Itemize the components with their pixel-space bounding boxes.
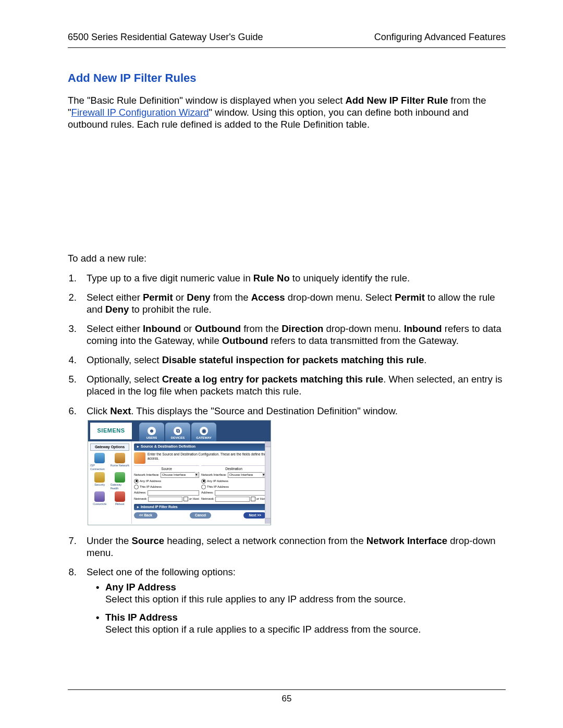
lock-icon [94, 472, 105, 483]
home-icon [115, 453, 125, 463]
sidebar-item-customize[interactable]: Customize [90, 491, 109, 506]
ni-label: Network Interface: [134, 473, 160, 477]
dest-interface-select[interactable]: Choose Interface [228, 472, 266, 478]
page-header: 6500 Series Residential Gateway User's G… [68, 31, 506, 48]
source-interface-select[interactable]: Choose Interface [161, 472, 199, 478]
embedded-screenshot: SIEMENS ☻USERS ⧉DEVICES ◉GATEWAY Gateway… [88, 420, 271, 525]
lead-text: To add a new rule: [68, 252, 506, 264]
devices-icon: ⧉ [174, 427, 182, 435]
page-number: 65 [282, 694, 292, 704]
sidebar: Gateway Options ISP Connection Home Netw… [88, 441, 132, 524]
step-5: Optionally, select Create a log entry fo… [79, 373, 506, 397]
source-this-ip-radio[interactable] [134, 485, 139, 489]
inbound-rules-bar: ▸Inbound IP Filter Rules [134, 504, 266, 510]
globe-icon [94, 453, 105, 463]
step-2: Select either Permit or Deny from the Ac… [79, 291, 506, 315]
gateway-icon: ◉ [200, 427, 208, 435]
step-6: Click Next. This displays the "Source an… [79, 405, 506, 525]
sidebar-item-security[interactable]: Security [90, 472, 109, 490]
netmask-label: Netmask: [134, 497, 147, 501]
page-footer: 65 [68, 689, 506, 704]
illustration-icon [134, 452, 145, 464]
gear-icon [94, 491, 105, 502]
source-netmask-input[interactable] [148, 497, 182, 502]
netmask-label: Netmask: [201, 497, 214, 501]
sidebar-item-isp[interactable]: ISP Connection [90, 453, 109, 471]
sidebar-item-reboot[interactable]: Reboot [111, 491, 130, 506]
step-3: Select either Inbound or Outbound from t… [79, 323, 506, 347]
next-button[interactable]: Next >> [243, 512, 266, 519]
tab-gateway[interactable]: ◉GATEWAY [191, 423, 216, 441]
instruction-text: Enter the Source and Destination Configu… [148, 452, 266, 464]
back-button[interactable]: << Back [134, 512, 157, 519]
destination-column: Destination Network Interface:Choose Int… [201, 465, 266, 503]
cancel-button[interactable]: Cancel [190, 512, 211, 519]
section-heading: Add New IP Filter Rules [68, 71, 506, 85]
source-heading: Source [134, 467, 199, 471]
step-7: Under the Source heading, select a netwo… [79, 535, 506, 559]
source-any-ip-radio[interactable] [134, 479, 139, 484]
dest-this-ip-radio[interactable] [201, 485, 206, 489]
sidebar-item-home[interactable]: Home Network [111, 453, 130, 471]
tab-users[interactable]: ☻USERS [139, 423, 164, 441]
figure-placeholder [68, 138, 506, 252]
sidebar-item-health[interactable]: Gateway Health [111, 472, 130, 490]
scrollbar[interactable] [265, 441, 271, 524]
dest-any-ip-radio[interactable] [201, 479, 206, 484]
addr-label: Address: [201, 491, 214, 495]
option-any-ip: Any IP AddressSelect this option if this… [96, 581, 506, 605]
intro-paragraph: The "Basic Rule Definition" window is di… [68, 94, 506, 130]
siemens-logo: SIEMENS [90, 423, 132, 439]
dest-heading: Destination [201, 467, 266, 471]
addr-label: Address: [134, 491, 146, 495]
steps-list: Type up to a five digit numeric value in… [68, 272, 506, 636]
arrow-icon: ▸ [137, 445, 139, 449]
arrow-icon: ▸ [137, 505, 139, 509]
firewall-wizard-link[interactable]: Firewall IP Configuration Wizard [71, 107, 209, 118]
reboot-icon [115, 491, 125, 502]
source-address-input[interactable] [148, 490, 199, 496]
header-left: 6500 Series Residential Gateway User's G… [68, 31, 263, 43]
step-1: Type up to a five digit numeric value in… [79, 272, 506, 284]
step-4: Optionally, select Disable stateful insp… [79, 354, 506, 366]
health-icon [115, 472, 125, 483]
ni-label: Network Interface: [201, 473, 227, 477]
panel-title-bar: ▸Source & Destination Definition [134, 443, 266, 451]
instruction-row: Enter the Source and Destination Configu… [134, 452, 266, 464]
intro-text: The "Basic Rule Definition" window is di… [68, 95, 345, 106]
dest-address-input[interactable] [215, 490, 266, 496]
dest-netmask-input[interactable] [215, 497, 249, 502]
source-column: Source Network Interface:Choose Interfac… [134, 465, 199, 503]
source-orhost-checkbox[interactable] [183, 497, 188, 501]
option-this-ip: This IP AddressSelect this option if a r… [96, 611, 506, 635]
step-8: Select one of the following options: Any… [79, 566, 506, 636]
option-list: Any IP AddressSelect this option if this… [87, 581, 506, 636]
tab-devices[interactable]: ⧉DEVICES [165, 423, 190, 441]
main-panel: ▸Source & Destination Definition Enter t… [132, 441, 271, 524]
sidebar-title: Gateway Options [90, 443, 129, 451]
users-icon: ☻ [148, 427, 156, 435]
header-right: Configuring Advanced Features [374, 31, 506, 43]
intro-bold: Add New IP Filter Rule [345, 95, 448, 106]
dest-orhost-checkbox[interactable] [251, 497, 255, 501]
